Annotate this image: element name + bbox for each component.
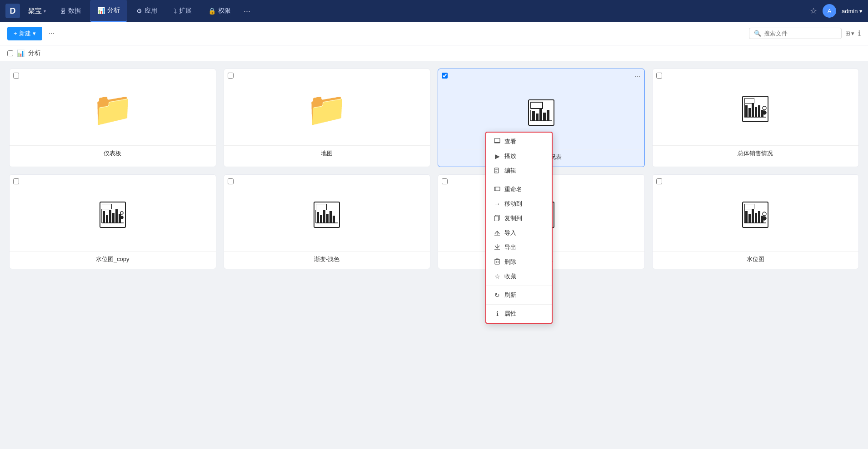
file-card-water-copy[interactable]: ··· 水位图_copy xyxy=(9,174,216,269)
username-label[interactable]: admin ▾ xyxy=(842,8,863,15)
context-divider-3 xyxy=(486,304,552,305)
brand-label: 聚宝 xyxy=(28,7,42,15)
folder-icon: 📁 xyxy=(92,93,133,125)
nav-analysis[interactable]: 📊 分析 xyxy=(90,0,127,22)
view-icon xyxy=(494,138,501,146)
svg-rect-27 xyxy=(106,215,108,223)
svg-point-34 xyxy=(120,212,123,214)
card-checkbox-map[interactable] xyxy=(228,73,234,79)
card-thumb-water-copy xyxy=(10,178,216,251)
edit-icon xyxy=(494,167,501,175)
export-icon xyxy=(494,244,501,252)
card-thumb-water xyxy=(653,178,859,251)
nav-permission-label: 权限 xyxy=(218,7,231,15)
svg-rect-29 xyxy=(112,213,115,223)
card-label-gradient: 渐变-浅色 xyxy=(224,251,430,269)
context-edit[interactable]: 编辑 xyxy=(486,163,552,178)
card-checkbox-water[interactable] xyxy=(656,178,662,184)
card-checkbox-dashboard[interactable] xyxy=(13,73,19,79)
card-checkbox-provincial[interactable] xyxy=(442,73,448,79)
search-icon: 🔍 xyxy=(754,30,761,37)
new-chevron: ▾ xyxy=(33,30,36,37)
svg-rect-42 xyxy=(326,214,329,223)
svg-rect-4 xyxy=(536,113,539,121)
card-thumb-total xyxy=(653,73,859,145)
brand-chevron: ▾ xyxy=(44,9,46,14)
context-refresh-label: 刷新 xyxy=(504,291,516,299)
brand-menu[interactable]: 聚宝 ▾ xyxy=(24,4,50,18)
info-button[interactable]: ℹ xyxy=(858,29,861,38)
context-collect[interactable]: ☆ 收藏 xyxy=(486,269,552,284)
svg-rect-60 xyxy=(745,211,748,223)
svg-rect-2 xyxy=(531,103,542,108)
card-label-water: 水位图 xyxy=(653,251,859,269)
context-export-label: 导出 xyxy=(504,243,516,252)
svg-rect-7 xyxy=(547,110,549,121)
nav-app[interactable]: ⚙ 应用 xyxy=(129,0,165,22)
nav-more-button[interactable]: ··· xyxy=(240,6,254,16)
card-checkbox-gradient[interactable] xyxy=(228,178,234,184)
context-import[interactable]: 导入 xyxy=(486,226,552,240)
nav-data[interactable]: 🗄 数据 xyxy=(52,0,88,22)
favorite-icon[interactable]: ☆ xyxy=(810,6,817,16)
card-menu-provincial[interactable]: ··· xyxy=(634,73,640,81)
context-move[interactable]: → 移动到 xyxy=(486,197,552,211)
context-move-label: 移动到 xyxy=(504,200,522,208)
context-delete[interactable]: 删除 xyxy=(486,255,552,269)
app-logo: D xyxy=(5,4,20,18)
card-checkbox-water-copy[interactable] xyxy=(13,178,19,184)
properties-icon: ℹ xyxy=(494,310,501,317)
svg-point-68 xyxy=(763,212,766,216)
import-icon xyxy=(494,229,501,237)
svg-rect-44 xyxy=(333,216,335,223)
file-card-water[interactable]: ··· 水位图 xyxy=(652,174,859,269)
collect-icon: ☆ xyxy=(494,273,501,280)
nav-right: ☆ A admin ▾ xyxy=(810,4,863,18)
nav-extend-label: 扩展 xyxy=(179,7,192,15)
new-plus-icon: + xyxy=(14,30,17,37)
svg-rect-61 xyxy=(748,214,751,223)
folder-icon-map: 📁 xyxy=(306,93,347,125)
context-divider-1 xyxy=(486,180,552,180)
file-grid: ··· 📁 仪表板 ··· 📁 地图 ··· xyxy=(0,61,868,276)
context-copy-label: 复制到 xyxy=(504,214,522,222)
svg-rect-3 xyxy=(532,111,535,121)
context-export[interactable]: 导出 xyxy=(486,240,552,255)
context-menu: 查看 ▶ 播放 编辑 重命名 → 移动到 复制到 xyxy=(485,132,553,324)
svg-rect-26 xyxy=(103,211,105,223)
nav-permission[interactable]: 🔒 权限 xyxy=(201,0,238,22)
card-checkbox-total[interactable] xyxy=(656,73,662,79)
file-card-gradient[interactable]: ··· 渐变-浅色 xyxy=(224,174,431,269)
svg-rect-43 xyxy=(329,211,332,223)
delete-icon xyxy=(494,258,501,266)
file-card-total-sales[interactable]: ··· 总体销售情况 xyxy=(652,69,859,167)
context-properties[interactable]: ℹ 属性 xyxy=(486,306,552,321)
view-toggle[interactable]: ⊞ ▾ xyxy=(845,30,854,37)
svg-rect-12 xyxy=(745,99,754,103)
context-copy[interactable]: 复制到 xyxy=(486,211,552,226)
toolbar-more-button[interactable]: ··· xyxy=(46,28,57,39)
context-view[interactable]: 查看 xyxy=(486,134,552,149)
context-refresh[interactable]: ↻ 刷新 xyxy=(486,288,552,302)
extend-icon: ⤵ xyxy=(174,7,177,15)
file-card-map[interactable]: ··· 📁 地图 xyxy=(224,69,431,167)
view-chevron: ▾ xyxy=(851,30,854,37)
context-divider-2 xyxy=(486,286,552,286)
nav-analysis-label: 分析 xyxy=(107,6,120,15)
new-button[interactable]: + 新建 ▾ xyxy=(7,27,42,40)
context-rename[interactable]: 重命名 xyxy=(486,182,552,197)
context-play[interactable]: ▶ 播放 xyxy=(486,149,552,163)
search-input[interactable] xyxy=(764,30,837,37)
card-checkbox-single-group[interactable] xyxy=(442,178,448,184)
nav-extend[interactable]: ⤵ 扩展 xyxy=(166,0,199,22)
toolbar-right: 🔍 ⊞ ▾ ℹ xyxy=(749,28,861,39)
app-icon: ⚙ xyxy=(136,7,142,15)
svg-rect-15 xyxy=(752,104,754,117)
file-card-dashboard[interactable]: ··· 📁 仪表板 xyxy=(9,69,216,167)
svg-rect-17 xyxy=(758,105,760,117)
svg-rect-30 xyxy=(115,209,118,223)
breadcrumb-icon: 📊 xyxy=(17,49,25,57)
svg-rect-59 xyxy=(745,204,754,209)
select-all-checkbox[interactable] xyxy=(7,50,13,56)
svg-point-21 xyxy=(763,106,766,110)
